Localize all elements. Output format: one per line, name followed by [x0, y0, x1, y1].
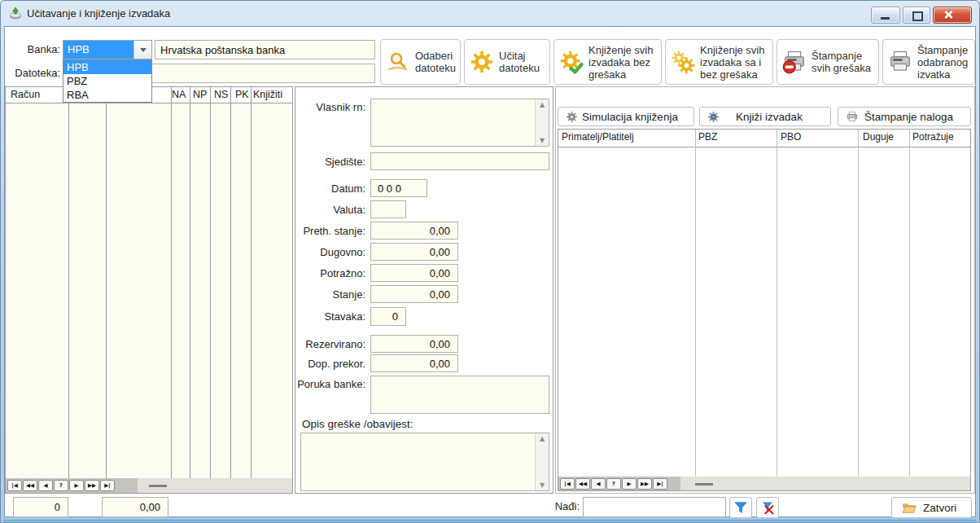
scroll-up-icon[interactable]: ▲	[536, 101, 549, 108]
potrazno-field[interactable]	[370, 264, 458, 282]
stanje-field[interactable]	[370, 285, 458, 303]
knjizenje-bez-gresaka-button[interactable]: Knjiženje svih izvadaka bez grešaka	[553, 39, 662, 85]
gear-blue-icon	[707, 111, 720, 123]
zatvori-button[interactable]: Zatvori	[891, 497, 972, 518]
column-divider	[858, 130, 859, 477]
button-label: Knjiži izvadak	[720, 111, 819, 123]
scrollbar-thumb[interactable]	[149, 485, 167, 487]
nav-fast-next-button[interactable]: ▶▶	[637, 478, 652, 490]
stampanje-gresaka-button[interactable]: Štampanje svih grešaka	[777, 39, 879, 85]
col-racun: Račun	[11, 89, 40, 100]
potrazno-label: Potražno:	[295, 267, 365, 279]
maximize-icon	[912, 11, 923, 21]
button-label: Učitaj datoteku	[499, 50, 545, 74]
nav-fast-prev-button[interactable]: ◀◀	[575, 478, 590, 490]
column-divider	[251, 87, 252, 479]
close-button[interactable]	[933, 7, 972, 24]
rezervirano-field[interactable]	[370, 335, 458, 353]
datum-label: Datum:	[295, 182, 365, 195]
odaberi-datoteku-button[interactable]: Odaberi datoteku	[380, 39, 461, 85]
column-divider	[777, 130, 777, 477]
total-amount-field[interactable]	[102, 497, 168, 517]
button-label: Štampanje svih grešaka	[812, 50, 873, 74]
nav-search-button[interactable]: ?	[606, 478, 621, 490]
banka-combobox[interactable]: HPB	[63, 40, 152, 59]
filter-button[interactable]	[729, 497, 752, 518]
statement-detail-panel: Vlasnik rn: ▲ ▼ Sjedište: Datum: Valuta:…	[295, 86, 553, 494]
vlasnik-scrollbar[interactable]: ▲ ▼	[535, 99, 549, 146]
datoteka-label: Datoteka:	[11, 67, 60, 79]
scroll-up-icon[interactable]: ▲	[536, 435, 549, 442]
column-divider	[230, 87, 231, 479]
col-potrazuje: Potražuje	[912, 131, 954, 143]
preth-stanje-field[interactable]	[370, 222, 458, 240]
column-divider	[68, 87, 69, 479]
clear-filter-button[interactable]	[756, 497, 779, 518]
combo-arrow-button[interactable]	[133, 41, 151, 59]
button-label: Štampanje naloga	[859, 111, 959, 123]
nav-first-button[interactable]: |◀	[560, 478, 575, 490]
accounts-table-body[interactable]	[6, 103, 292, 479]
nav-prev-button[interactable]: ◀	[38, 480, 53, 491]
dropdown-option-hpb[interactable]: HPB	[63, 60, 151, 74]
stampanje-naloga-button[interactable]: Štampanje naloga	[838, 107, 971, 126]
nav-fast-next-button[interactable]: ▶▶	[85, 480, 99, 491]
vlasnik-field[interactable]: ▲ ▼	[370, 99, 549, 147]
column-divider	[695, 130, 696, 477]
dugovno-field[interactable]	[370, 243, 458, 261]
dop-prekor-field[interactable]	[370, 354, 458, 372]
printer-icon	[888, 50, 912, 74]
dropdown-option-rba[interactable]: RBA	[63, 88, 151, 102]
nav-fast-prev-button[interactable]: ◀◀	[23, 480, 37, 491]
gear-icon	[470, 50, 494, 74]
button-label: Knjiženje svih izvadaka bez grešaka	[588, 44, 656, 81]
nav-next-button[interactable]: ▶	[622, 478, 637, 490]
button-label: Odaberi datoteku	[415, 50, 456, 74]
col-knjiziti: Knjižiti	[253, 89, 282, 100]
accounts-navigator: |◀ ◀◀ ◀ ? ▶ ▶▶ ▶|	[6, 478, 292, 493]
stavaka-field[interactable]	[370, 307, 406, 326]
total-count-field[interactable]	[13, 497, 68, 517]
sjediste-field[interactable]	[370, 152, 549, 170]
gear-check-icon	[559, 50, 584, 74]
dropdown-option-pbz[interactable]: PBZ	[63, 74, 151, 88]
ucitaj-datoteku-button[interactable]: Učitaj datoteku	[464, 39, 550, 85]
banka-name-field[interactable]	[155, 40, 375, 59]
scrollbar-thumb[interactable]	[695, 483, 713, 486]
stampanje-izvatka-button[interactable]: Štampanje odabranog izvatka	[882, 39, 975, 85]
chevron-down-icon	[140, 48, 147, 52]
scroll-down-icon[interactable]: ▼	[536, 137, 549, 144]
nav-first-button[interactable]: |◀	[7, 480, 22, 491]
poruka-banke-field[interactable]	[370, 376, 549, 414]
nav-prev-button[interactable]: ◀	[591, 478, 606, 490]
clear-filter-icon	[760, 500, 775, 515]
datum-field[interactable]	[370, 179, 427, 197]
scroll-down-icon[interactable]: ▼	[536, 481, 549, 489]
titlebar[interactable]: Učitavanje i knjiženje izvadaka	[1, 1, 979, 26]
stanje-label: Stanje:	[295, 288, 365, 301]
find-input[interactable]	[583, 497, 726, 517]
valuta-field[interactable]	[370, 200, 406, 218]
simulacija-knjizenja-button[interactable]: Simulacija knjiženja	[558, 107, 694, 126]
knjizenje-sa-i-bez-gresaka-button[interactable]: Knjiženje svih izvadaka sa i bez grešaka	[665, 39, 773, 85]
knjizi-izvadak-button[interactable]: Knjiži izvadak	[699, 107, 831, 126]
opis-scrollbar[interactable]: ▲ ▼	[535, 433, 549, 490]
stavaka-label: Stavaka:	[295, 310, 365, 323]
col-duguje: Duguje	[863, 131, 894, 143]
col-ns: NS	[214, 89, 228, 100]
postings-panel: Simulacija knjiženja Knjiži izvadak	[555, 86, 975, 494]
maximize-button[interactable]	[903, 7, 930, 24]
dop-prekor-label: Dop. prekor.	[295, 358, 365, 370]
nav-last-button[interactable]: ▶|	[653, 478, 667, 490]
nav-last-button[interactable]: ▶|	[100, 480, 115, 491]
poruka-banke-label: Poruka banke:	[295, 378, 365, 390]
opis-greske-field[interactable]: ▲ ▼	[300, 433, 549, 491]
app-icon	[9, 7, 23, 24]
dugovno-label: Dugovno:	[295, 246, 365, 258]
minimize-button[interactable]	[871, 7, 900, 24]
printer-small-icon	[846, 111, 859, 123]
col-np: NP	[193, 89, 207, 100]
nav-next-button[interactable]: ▶	[69, 480, 84, 491]
client-area: Banka: HPB Datoteka: HPB PBZ RBA Odaberi…	[4, 26, 976, 517]
nav-search-button[interactable]: ?	[54, 480, 68, 491]
